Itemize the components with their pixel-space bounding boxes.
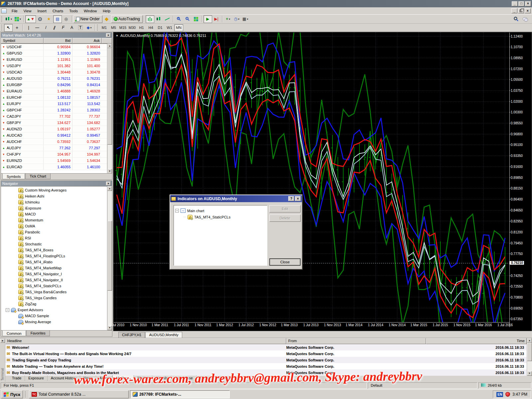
navigator-item[interactable]: ƒTAS_MT4_Navigator_I [1, 271, 112, 277]
text-button[interactable]: A [67, 24, 76, 32]
scroll-thumb[interactable] [527, 343, 532, 361]
market-watch-row[interactable]: ▲EURCAD1.460551.46100 [1, 164, 112, 170]
tab-tick-chart[interactable]: Tick Chart [25, 174, 51, 179]
market-watch-close-icon[interactable]: × [106, 33, 111, 37]
terminal-tab-news[interactable]: News [80, 375, 96, 381]
chart-restore-button[interactable] [518, 8, 524, 13]
terminal-scrollbar[interactable]: ▲ ▼ [527, 338, 532, 376]
maximize-button[interactable]: □ [518, 1, 524, 6]
timeframe-mn[interactable]: MN [174, 24, 183, 31]
symbol-column-header[interactable]: Symbol [1, 38, 44, 44]
navigator-item[interactable]: −Expert Advisors [1, 307, 112, 313]
minimize-button[interactable]: _ [512, 1, 518, 6]
timeframe-m5[interactable]: M5 [109, 24, 118, 31]
market-watch-row[interactable]: ▼EURUSD1.119511.11969 [1, 57, 112, 63]
terminal-tab-account-history[interactable]: Account History [48, 375, 80, 381]
dialog-close-icon[interactable]: × [295, 196, 301, 201]
scroll-thumb[interactable] [107, 221, 112, 291]
close-button[interactable]: × [525, 1, 531, 6]
terminal-tab-signals[interactable]: Signals [152, 375, 171, 381]
menu-help[interactable]: Help [100, 8, 113, 14]
timeframe-m1[interactable]: M1 [100, 24, 109, 31]
navigator-item[interactable]: ƒCustom Moving Averages [1, 187, 112, 193]
task-button-total-commander[interactable]: TC Total Commander 8.52a ... [29, 390, 129, 398]
antivirus-shield-icon[interactable] [505, 392, 510, 397]
cursor-button[interactable]: ↖ [4, 24, 13, 32]
scroll-up-icon[interactable]: ▲ [107, 186, 112, 191]
auto-scroll-button[interactable]: ▶ [203, 15, 212, 23]
mail-row[interactable]: ✉Buy Ready-Made Robots, Magazines and Bo… [5, 369, 527, 376]
scroll-up-icon[interactable]: ▲ [527, 338, 532, 343]
navigator-item[interactable]: ƒIchimoku [1, 199, 112, 205]
menu-insert[interactable]: Insert [34, 8, 50, 14]
terminal-tab-experts[interactable]: Experts [197, 375, 216, 381]
templates-button[interactable]: ▦▾ [241, 15, 250, 23]
scroll-up-icon[interactable]: ▲ [107, 44, 112, 48]
navigator-item[interactable]: ƒiExposure [1, 205, 112, 211]
timeframe-d1[interactable]: D1 [156, 24, 165, 31]
new-chart-button[interactable]: ▾ [4, 15, 13, 23]
chart-close-button[interactable]: × [525, 8, 531, 13]
market-watch-row[interactable]: ▼USDJPY101.382101.400 [1, 63, 112, 69]
start-button[interactable]: Пуск [1, 390, 23, 398]
terminal-button[interactable]: ▤ [53, 15, 62, 23]
market-watch-row[interactable]: ▲EURGBP0.842960.84314 [1, 82, 112, 88]
search-icon[interactable] [514, 17, 517, 20]
time-column-header[interactable]: Time [426, 338, 527, 344]
terminal-tab-alerts[interactable]: Alerts [96, 375, 112, 381]
headline-column-header[interactable]: Headline [5, 338, 286, 344]
task-button-mt4[interactable]: 267769: IFCMarkets-... [130, 390, 230, 398]
menu-view[interactable]: View [21, 8, 35, 14]
menu-charts[interactable]: Charts [50, 8, 66, 14]
terminal-tab-journal[interactable]: Journal [216, 375, 235, 381]
market-watch-row[interactable]: ▼USDCHF0.965840.96604 [1, 44, 112, 50]
market-watch-row[interactable]: ▼CHFJPY104.957104.997 [1, 151, 112, 158]
navigator-item[interactable]: ƒTAS_MT4_Boxes [1, 247, 112, 253]
fibonacci-button[interactable]: F [59, 24, 67, 32]
navigator-item[interactable]: ƒTAS_MT4_MarketMap [1, 265, 112, 271]
navigator-item[interactable]: ƒTAS_Vega Bars&Candles [1, 289, 112, 295]
zoom-out-button[interactable]: - [183, 15, 192, 23]
navigator-item[interactable]: ƒZigZag [1, 301, 112, 307]
terminal-tab-code-base[interactable]: Code Base [171, 375, 196, 381]
indicators-button[interactable]: +▾ [224, 15, 232, 23]
chat-icon[interactable] [523, 17, 527, 21]
market-watch-row[interactable]: ▼EURNZD1.545691.54634 [1, 158, 112, 164]
periods-button[interactable]: ◷▾ [232, 15, 241, 23]
timeframe-h1[interactable]: H1 [137, 24, 146, 31]
data-window-button[interactable] [36, 15, 45, 23]
navigator-item[interactable]: MACD Sample [1, 313, 112, 319]
new-order-button[interactable]: New Order [73, 15, 102, 23]
market-watch-row[interactable]: ▲AUDCAD0.994120.99457 [1, 132, 112, 139]
navigator-item[interactable]: ƒMACD [1, 211, 112, 217]
tab-symbols[interactable]: Symbols [2, 174, 25, 179]
market-watch-scrollbar[interactable]: ▲ ▼ [107, 44, 112, 174]
navigator-title-bar[interactable]: Navigator × [1, 181, 112, 186]
collapse-icon[interactable]: − [6, 308, 9, 312]
horizontal-line-button[interactable]: — [33, 24, 42, 32]
navigator-item[interactable]: ƒParabolic [1, 229, 112, 235]
terminal-close-icon[interactable]: × [0, 339, 5, 343]
mail-row[interactable]: ✉Mobile Trading — Trade from Anywhere at… [5, 363, 527, 369]
bar-chart-button[interactable] [146, 15, 154, 23]
navigator-item[interactable]: ƒTAS_MT4_iRatio [1, 259, 112, 265]
market-watch-row[interactable]: ▼EURAUD1.468881.46928 [1, 88, 112, 94]
line-chart-button[interactable] [163, 15, 172, 23]
zoom-in-button[interactable]: + [175, 15, 183, 23]
date-axis[interactable]: 1 Jul 20101 Nov 20101 Mar 20111 Jul 2011… [114, 322, 509, 327]
crosshair-button[interactable]: + [13, 24, 21, 32]
navigator-item[interactable]: ƒTAS_MT4_Navigator_II [1, 277, 112, 283]
navigator-button[interactable]: ★ [45, 15, 53, 23]
menu-window[interactable]: Window [81, 8, 100, 14]
main-chart-node[interactable]: − ~ Main chart [175, 207, 266, 214]
navigator-scrollbar[interactable]: ▲ ▼ [107, 186, 112, 330]
dialog-help-icon[interactable]: ? [288, 196, 294, 201]
scroll-thumb[interactable] [107, 48, 112, 145]
dialog-title-bar[interactable]: Indicators on AUDUSD,Monthly ? × [170, 195, 302, 202]
navigator-item[interactable]: Moving Average [1, 319, 112, 325]
market-watch-row[interactable]: ▼CADJPY77.70277.737 [1, 113, 112, 120]
market-watch-row[interactable]: ▼GBPJPY134.627134.682 [1, 120, 112, 126]
mail-row[interactable]: ✉Welcome!MetaQuotes Software Corp.2016.0… [5, 344, 527, 350]
timeframe-m30[interactable]: M30 [128, 24, 137, 31]
navigator-close-icon[interactable]: × [106, 182, 111, 186]
